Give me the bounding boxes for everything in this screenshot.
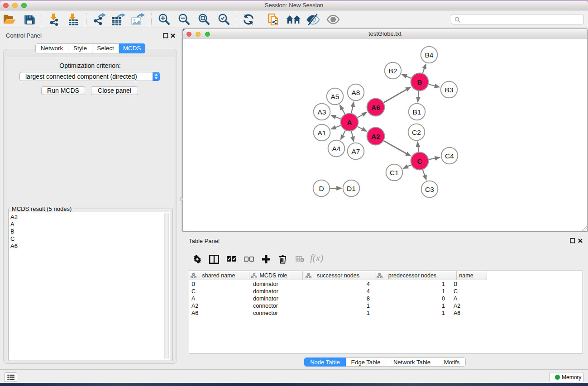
svg-text:B4: B4 — [425, 51, 434, 59]
svg-text:A8: A8 — [352, 89, 360, 96]
svg-text:A6: A6 — [371, 104, 380, 111]
svg-text:C2: C2 — [412, 129, 421, 136]
svg-text:C1: C1 — [390, 169, 399, 176]
svg-text:A5: A5 — [331, 93, 339, 100]
svg-text:D1: D1 — [347, 185, 356, 192]
svg-text:A1: A1 — [318, 129, 326, 137]
svg-text:B1: B1 — [413, 108, 421, 116]
svg-text:B3: B3 — [445, 86, 454, 94]
svg-text:A: A — [347, 119, 352, 126]
svg-text:B: B — [417, 78, 422, 86]
svg-text:A3: A3 — [318, 108, 326, 116]
svg-text:A7: A7 — [352, 148, 360, 155]
svg-text:D: D — [319, 185, 324, 192]
svg-text:A4: A4 — [332, 145, 341, 152]
svg-text:C3: C3 — [425, 186, 434, 193]
svg-text:A2: A2 — [371, 133, 380, 140]
svg-text:B2: B2 — [389, 67, 397, 75]
svg-text:C4: C4 — [445, 152, 454, 160]
svg-text:C: C — [417, 157, 422, 165]
